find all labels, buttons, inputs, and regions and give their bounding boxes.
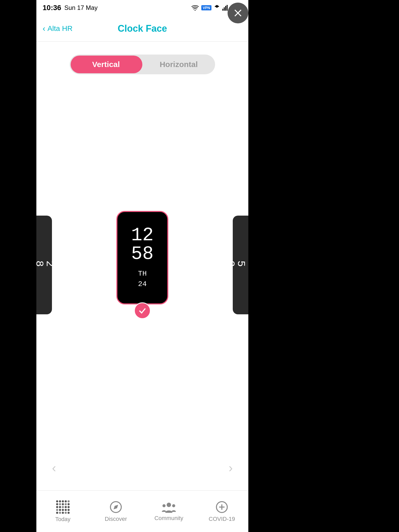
wifi-icon (191, 5, 199, 11)
covid-plus-icon (215, 501, 228, 514)
tab-community[interactable]: Community (142, 499, 195, 524)
tab-community-label: Community (154, 515, 183, 522)
horizontal-option[interactable]: Horizontal (142, 60, 215, 69)
tab-discover[interactable]: Discover (89, 498, 142, 525)
tab-today-label: Today (55, 516, 71, 523)
svg-rect-3 (225, 6, 226, 11)
svg-point-9 (167, 503, 171, 507)
watch-hour: 12 (131, 226, 154, 245)
status-bar: 10:36 Sun 17 May VPN 86% (36, 0, 248, 16)
left-preview-text: 28 (36, 261, 55, 269)
location-icon (214, 4, 220, 11)
tab-discover-label: Discover (105, 516, 127, 522)
right-watch-preview: 153 (233, 216, 248, 314)
status-time: 10:36 (43, 4, 61, 12)
svg-rect-2 (224, 7, 225, 11)
svg-rect-4 (227, 5, 228, 11)
back-chevron-icon: ‹ (43, 24, 45, 33)
svg-point-10 (162, 504, 165, 507)
svg-point-11 (172, 504, 175, 507)
tab-covid[interactable]: COVID-19 (195, 498, 248, 525)
tab-today[interactable]: Today (36, 498, 89, 525)
watch-minute: 58 (131, 245, 154, 263)
today-icon (56, 500, 70, 514)
center-watch: 12 58 TH 24 (116, 211, 168, 319)
tab-covid-label: COVID-19 (209, 516, 235, 522)
orientation-toggle[interactable]: Vertical Horizontal (70, 55, 215, 74)
clock-face-carousel[interactable]: 28 12 58 TH 24 (36, 79, 248, 450)
back-button[interactable]: ‹ Alta HR (43, 24, 72, 33)
watch-date: TH 24 (138, 269, 147, 289)
vpn-badge: VPN (201, 5, 211, 10)
status-date: Sun 17 May (64, 4, 98, 11)
svg-point-0 (195, 10, 196, 11)
minimize-button[interactable] (228, 3, 248, 23)
svg-rect-1 (222, 9, 223, 11)
tab-bar: Today Discover Community (36, 490, 248, 532)
page-header: ‹ Alta HR Clock Face (36, 16, 248, 42)
watch-screen: 12 58 TH 24 (116, 211, 168, 304)
main-content: Vertical Horizontal 28 12 58 TH 24 (36, 42, 248, 490)
compass-icon (109, 501, 122, 514)
prev-arrow[interactable]: ‹ (52, 461, 56, 475)
next-arrow[interactable]: › (229, 461, 233, 475)
back-label: Alta HR (48, 24, 72, 33)
community-icon (162, 501, 176, 513)
page-title: Clock Face (118, 23, 167, 34)
right-preview-text: 153 (225, 261, 248, 269)
navigation-arrows: ‹ › (36, 461, 248, 475)
left-watch-preview: 28 (36, 216, 52, 314)
vertical-option[interactable]: Vertical (70, 60, 142, 69)
selected-checkmark (134, 302, 151, 319)
signal-icon (222, 5, 228, 11)
svg-marker-8 (114, 505, 118, 509)
